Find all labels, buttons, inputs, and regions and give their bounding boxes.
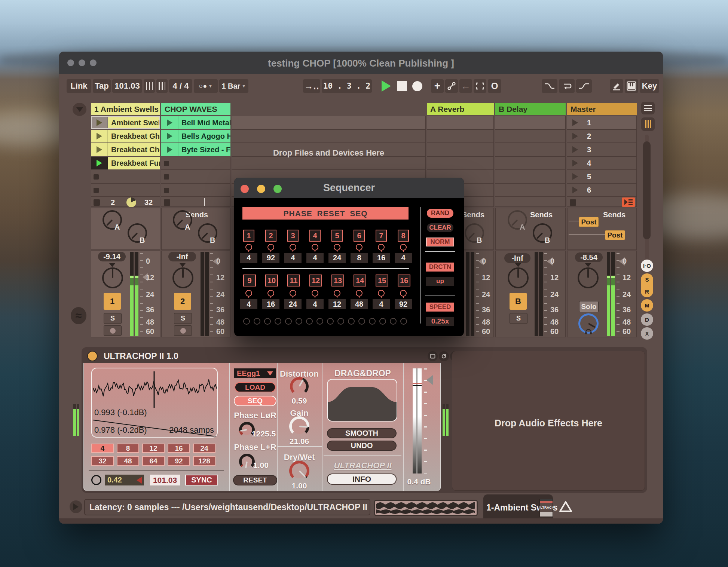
chop-count-button[interactable]: 12 (142, 444, 165, 453)
scene-play-icon[interactable] (572, 119, 578, 126)
sends-section-toggle[interactable]: S (641, 273, 653, 285)
clip-stop-icon[interactable] (164, 174, 169, 180)
seq-step[interactable]: 4 (309, 230, 321, 242)
empty-clip-slot[interactable] (161, 170, 230, 184)
arm-button[interactable] (104, 325, 122, 336)
sync-button[interactable]: SYNC (185, 475, 218, 485)
session-scrollbar-thumb[interactable] (643, 141, 651, 239)
scene-slot-5[interactable]: 5 (567, 170, 637, 184)
seq-dial[interactable] (267, 244, 274, 251)
seq-dial[interactable] (356, 244, 363, 251)
load-button[interactable]: LOAD (235, 382, 276, 392)
seq-step[interactable]: 7 (376, 230, 387, 242)
seq-dial[interactable] (290, 244, 296, 251)
empty-clip-slot[interactable] (161, 184, 230, 197)
chop-count-button[interactable]: 24 (193, 444, 215, 453)
clip-slot[interactable]: Bell Mid Metalli (161, 116, 230, 129)
clip-slot-playing[interactable]: Breakbeat Funk (91, 157, 160, 169)
tempo-field[interactable]: 101.03 (112, 79, 142, 93)
seq-value[interactable]: 4 (306, 253, 324, 263)
empty-slot[interactable] (232, 116, 426, 130)
chop-count-button[interactable]: 4 (91, 444, 114, 453)
io-meter-strip-icon[interactable] (641, 117, 655, 131)
seq-value[interactable]: 4 (306, 299, 324, 309)
seq-value[interactable]: 16 (262, 299, 279, 309)
clip-play-button[interactable] (161, 116, 178, 129)
empty-clip-slot[interactable] (91, 170, 160, 184)
track-delay-toggle[interactable]: D (641, 313, 653, 326)
seq-step[interactable]: 15 (376, 275, 388, 286)
volume-field[interactable]: -9.14 (98, 252, 126, 261)
computer-midi-keyboard-icon[interactable] (625, 79, 638, 93)
solo-button[interactable]: S (510, 313, 527, 324)
new-midi-track-icon[interactable]: + (431, 79, 444, 93)
seq-step[interactable]: 5 (331, 230, 343, 242)
seq-step[interactable]: 10 (265, 275, 278, 286)
dragdrop-shape-display[interactable] (327, 379, 397, 422)
scene-launch-icon[interactable] (622, 197, 635, 207)
phase-lpr-knob[interactable] (239, 454, 255, 469)
stop-button[interactable] (397, 81, 407, 91)
seq-value[interactable]: 8 (351, 253, 368, 263)
seq-value[interactable]: 92 (262, 253, 279, 263)
drywet-value[interactable]: 1.00 (278, 481, 321, 490)
track-stop-button[interactable] (94, 199, 100, 206)
speed-button[interactable]: SPEED (426, 303, 454, 312)
track-activator[interactable]: 2 (174, 293, 191, 310)
seq-dial[interactable] (334, 290, 340, 297)
loop-switch-icon[interactable]: O (488, 79, 501, 93)
seq-dial[interactable] (400, 290, 407, 297)
pan-knob[interactable] (578, 267, 599, 288)
seq-step[interactable]: 2 (265, 230, 276, 242)
chop-count-button[interactable]: 128 (193, 456, 215, 466)
phase-lpr-value[interactable]: 1.00 (253, 461, 269, 470)
seq-dial[interactable] (312, 244, 318, 251)
scene-slot-6[interactable]: 6 (567, 184, 637, 197)
draw-mode-pencil-icon[interactable] (610, 79, 623, 93)
seq-value[interactable]: 4 (240, 299, 257, 309)
clip-slot[interactable]: Breakbeat Gho (91, 130, 160, 142)
clip-stop-icon[interactable] (164, 161, 169, 166)
mixer-section-toggle[interactable]: M (641, 299, 653, 312)
key-map-button[interactable]: Key (640, 79, 659, 93)
overdub-icon[interactable] (445, 79, 458, 93)
clip-slot[interactable]: Byte Sized - F#2 (161, 143, 230, 156)
seq-step[interactable]: 16 (398, 275, 410, 286)
fade-in-icon[interactable] (576, 79, 592, 93)
clip-play-button[interactable] (161, 143, 178, 156)
metronome-button[interactable]: ○● ▼ (194, 79, 218, 93)
chop-count-button[interactable]: 8 (117, 444, 139, 453)
drctn-button[interactable]: DRCTN (426, 263, 454, 272)
status-play-icon[interactable] (70, 500, 82, 513)
track-header-1[interactable]: 1 Ambient Swells (91, 103, 160, 115)
link-button[interactable]: Link (67, 79, 91, 93)
master-header[interactable]: Master (567, 103, 637, 115)
seq-dial[interactable] (245, 244, 252, 251)
clip-stop-icon[interactable] (94, 188, 99, 193)
seq-step[interactable]: 13 (331, 275, 344, 286)
seq-value[interactable]: 92 (395, 299, 412, 309)
scene-play-icon[interactable] (572, 160, 578, 166)
return-header-b[interactable]: B Delay (495, 103, 566, 115)
solo-button[interactable]: S (104, 313, 122, 324)
track-stop-button[interactable] (164, 199, 170, 206)
stop-all-clips-button[interactable] (570, 199, 576, 206)
scene-slot-3[interactable]: 3 (567, 143, 637, 157)
return-header-a[interactable]: A Reverb (427, 103, 494, 115)
seq-dial[interactable] (245, 290, 252, 297)
sequencer-titlebar[interactable]: Sequencer (234, 178, 464, 198)
seq-button[interactable]: SEQ (234, 396, 276, 406)
time-signature-field[interactable]: 4 / 4 (169, 79, 192, 93)
hot-swap-icon[interactable] (439, 351, 449, 361)
arrangement-position[interactable]: 10 . 3 . 2 (322, 79, 372, 93)
quantize-icon[interactable] (156, 79, 168, 93)
chop-count-button[interactable]: 32 (91, 456, 114, 466)
rate-mode-toggle[interactable] (91, 475, 101, 485)
crossfader-section-toggle[interactable]: X (641, 327, 653, 340)
track-activator[interactable]: 1 (104, 293, 121, 310)
chop-count-button[interactable]: 48 (117, 456, 139, 466)
seq-step[interactable]: 6 (354, 230, 365, 242)
seq-dial[interactable] (290, 290, 296, 297)
gain-knob[interactable] (289, 416, 309, 436)
distortion-value[interactable]: 0.59 (278, 396, 321, 405)
